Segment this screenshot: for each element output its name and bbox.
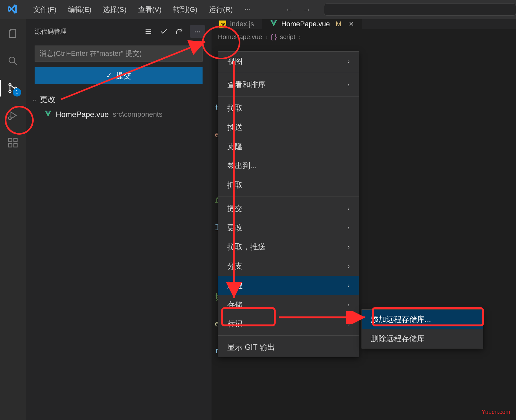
activity-bar: 1 <box>0 19 26 420</box>
explorer-icon[interactable] <box>6 27 19 40</box>
tab-indexjs[interactable]: JS index.js <box>212 19 262 29</box>
chevron-down-icon: ⌄ <box>32 96 37 103</box>
changes-header[interactable]: ⌄ 更改 <box>32 92 212 106</box>
separator <box>218 335 359 336</box>
nav-forward-icon[interactable]: → <box>303 5 311 15</box>
tab-label: index.js <box>230 20 254 28</box>
search-icon[interactable] <box>6 55 19 67</box>
ctx-commit[interactable]: 提交› <box>218 199 359 218</box>
nav-back-icon[interactable]: ← <box>285 5 293 15</box>
change-file-name: HomePape.vue <box>56 110 109 119</box>
menu-bar: 文件(F) 编辑(E) 选择(S) 查看(V) 转到(G) 运行(R) ··· <box>28 3 256 16</box>
editor-tabs: JS index.js HomePape.vue M ✕ <box>212 19 516 29</box>
separator <box>218 73 359 73</box>
scm-sidebar: 源代码管理 ··· 消息(Ctrl+Enter 在"master" 提交) ✓ … <box>26 19 212 420</box>
ctx-remote[interactable]: 远程› <box>218 276 359 295</box>
svg-rect-7 <box>14 144 17 147</box>
menu-goto[interactable]: 转到(G) <box>167 3 203 16</box>
submenu-add-remote[interactable]: 添加远程存储库... <box>362 310 483 329</box>
ctx-pullpush[interactable]: 拉取，推送› <box>218 237 359 256</box>
command-center[interactable] <box>324 4 516 16</box>
ctx-branch[interactable]: 分支› <box>218 256 359 276</box>
refresh-icon[interactable] <box>174 27 184 36</box>
svg-rect-5 <box>9 139 12 142</box>
nav-arrows: ← → <box>285 5 311 15</box>
menu-edit[interactable]: 编辑(E) <box>62 3 97 16</box>
run-debug-icon[interactable] <box>6 109 19 122</box>
scm-header: 源代码管理 ··· <box>26 19 212 42</box>
svg-point-0 <box>9 57 15 63</box>
commit-button[interactable]: ✓ 提交 <box>35 67 203 84</box>
chevron-right-icon: › <box>265 33 268 41</box>
view-as-tree-icon[interactable] <box>144 27 153 36</box>
vscode-logo-icon <box>6 3 18 16</box>
title-bar: 文件(F) 编辑(E) 选择(S) 查看(V) 转到(G) 运行(R) ··· … <box>0 0 516 19</box>
change-item[interactable]: HomePape.vue src\components <box>32 106 212 119</box>
scm-actions: ··· <box>144 25 205 38</box>
menu-overflow-icon[interactable]: ··· <box>238 3 256 16</box>
breadcrumb-section: script <box>280 33 295 41</box>
scm-more-actions-button[interactable]: ··· <box>190 25 205 38</box>
ctx-show-git[interactable]: 显示 GIT 输出 <box>218 338 359 357</box>
ctx-tag[interactable]: 标记› <box>218 314 359 333</box>
menu-select[interactable]: 选择(S) <box>97 3 132 16</box>
watermark: Yuucn.com <box>482 409 510 416</box>
breadcrumb-file: HomePape.vue <box>218 33 262 41</box>
commit-message-placeholder: 消息(Ctrl+Enter 在"master" 提交) <box>39 49 142 58</box>
menu-run[interactable]: 运行(R) <box>203 3 239 16</box>
js-file-icon: JS <box>219 21 226 28</box>
scm-badge: 1 <box>13 88 21 97</box>
vue-file-icon <box>270 19 278 29</box>
close-icon[interactable]: ✕ <box>349 20 354 28</box>
commit-button-label: 提交 <box>116 71 131 81</box>
svg-rect-8 <box>14 139 17 142</box>
ctx-view[interactable]: 视图› <box>218 52 359 71</box>
commit-check-icon[interactable] <box>159 27 169 36</box>
menu-view[interactable]: 查看(V) <box>132 3 167 16</box>
submenu-remove-remote[interactable]: 删除远程存储库 <box>362 329 483 348</box>
ctx-checkout[interactable]: 签出到... <box>218 156 359 175</box>
vue-file-icon <box>44 110 52 119</box>
change-file-path: src\components <box>112 110 162 119</box>
check-icon: ✓ <box>106 71 112 80</box>
scm-title: 源代码管理 <box>35 27 144 36</box>
scm-context-menu: 视图› 查看和排序› 拉取 推送 克隆 签出到... 抓取 提交› 更改› 拉取… <box>218 51 359 357</box>
extensions-icon[interactable] <box>6 136 19 149</box>
ctx-fetch[interactable]: 抓取 <box>218 175 359 195</box>
changes-label: 更改 <box>40 94 55 105</box>
braces-icon: { } <box>271 33 277 41</box>
commit-message-input[interactable]: 消息(Ctrl+Enter 在"master" 提交) <box>35 46 203 62</box>
modified-badge: M <box>336 20 341 28</box>
ctx-pull[interactable]: 拉取 <box>218 98 359 118</box>
tab-homepape[interactable]: HomePape.vue M ✕ <box>262 19 362 29</box>
tab-label: HomePape.vue <box>281 20 330 28</box>
menu-file[interactable]: 文件(F) <box>28 3 62 16</box>
separator <box>218 96 359 97</box>
remote-submenu: 添加远程存储库... 删除远程存储库 <box>362 309 483 349</box>
separator <box>218 197 359 197</box>
svg-rect-6 <box>9 144 12 147</box>
ctx-sort[interactable]: 查看和排序› <box>218 75 359 94</box>
ctx-clone[interactable]: 克隆 <box>218 137 359 156</box>
ctx-push[interactable]: 推送 <box>218 118 359 137</box>
ctx-stash[interactable]: 存储› <box>218 295 359 314</box>
changes-section: ⌄ 更改 HomePape.vue src\components <box>26 92 212 119</box>
source-control-icon[interactable]: 1 <box>6 82 19 95</box>
breadcrumb[interactable]: HomePape.vue › { } script › <box>212 29 516 45</box>
svg-point-1 <box>9 84 11 86</box>
svg-point-2 <box>9 90 11 93</box>
ctx-changes[interactable]: 更改› <box>218 218 359 237</box>
chevron-right-icon: › <box>298 33 301 41</box>
